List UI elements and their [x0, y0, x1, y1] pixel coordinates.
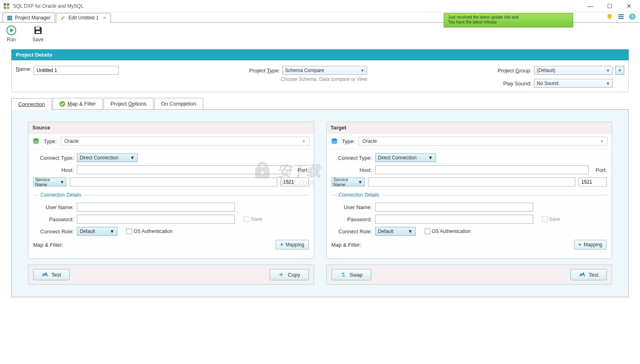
project-manager-icon: [7, 15, 13, 21]
play-sound-value: No Sound: [537, 80, 558, 86]
check-icon: [60, 101, 65, 107]
minimize-button[interactable]: —: [584, 2, 596, 10]
notif-line2: You have the latest release: [448, 20, 569, 25]
svg-rect-2: [4, 6, 6, 9]
source-role-combo[interactable]: Default ▼: [77, 227, 117, 236]
tab-label: Edit Untitled 1: [68, 15, 99, 21]
details-label: Connection Details: [40, 192, 81, 198]
target-pass-input[interactable]: [375, 215, 533, 224]
save-button[interactable]: Save: [32, 25, 43, 42]
target-type-combo[interactable]: Oracle ▼: [359, 137, 608, 146]
target-host-input[interactable]: [375, 165, 589, 174]
save-cred-label: Save: [549, 216, 560, 222]
target-service-combo[interactable]: Service Name ▼: [332, 178, 365, 186]
source-test-button[interactable]: Test: [33, 269, 70, 280]
mapfilter-label: Map & Filter:: [332, 242, 361, 248]
role-label: Connect Role:: [332, 229, 372, 235]
help-icon[interactable]: ?: [629, 13, 636, 20]
source-pass-input[interactable]: [77, 215, 235, 224]
details-label: Connection Details: [339, 192, 380, 198]
connect-type-label: Connect Type:: [332, 155, 372, 161]
tab-close-icon[interactable]: ✕: [103, 15, 106, 21]
source-mapping-button[interactable]: + Mapping: [276, 240, 308, 250]
target-port-input[interactable]: [578, 178, 607, 186]
oracle-icon: [32, 138, 40, 145]
notif-line1: Just received the latest update info and: [448, 15, 569, 20]
target-osauth-checkbox[interactable]: [425, 229, 430, 234]
user-label: User Name:: [332, 204, 372, 210]
run-button[interactable]: Run: [6, 25, 16, 42]
content: Project Details Name: Project Type: Sche…: [0, 45, 640, 301]
tab-project-manager[interactable]: Project Manager: [2, 13, 55, 22]
chevron-down-icon: ▼: [360, 68, 364, 73]
swap-button[interactable]: Swap: [332, 269, 372, 280]
save-cred-label: Save: [251, 216, 262, 222]
edit-icon: [60, 15, 66, 21]
svg-point-7: [607, 14, 612, 18]
port-label: Port:: [596, 167, 607, 173]
tab-project-options[interactable]: Project Options: [104, 98, 153, 109]
plus-icon: +: [578, 242, 581, 248]
svg-text:?: ?: [631, 15, 634, 19]
add-group-button[interactable]: +: [615, 66, 624, 75]
svg-rect-15: [36, 27, 40, 30]
window-title: SQL DXP for Oracle and MySQL: [13, 3, 584, 9]
chevron-down-icon: ▼: [606, 68, 610, 73]
source-type-combo[interactable]: Oracle ▼: [61, 137, 310, 146]
source-host-input[interactable]: [77, 165, 290, 174]
target-test-button[interactable]: Test: [570, 269, 607, 280]
source-box: Source Type: Oracle ▼ Connect Type: Dire…: [28, 122, 314, 259]
target-connect-type-combo[interactable]: Direct Connection ▼: [375, 153, 436, 162]
tab-on-completion[interactable]: On Completion: [154, 98, 203, 109]
pass-label: Password:: [332, 216, 372, 222]
svg-rect-1: [7, 3, 9, 6]
connect-type-label: Connect Type:: [33, 155, 74, 161]
chevron-down-icon: ▼: [358, 180, 363, 184]
menu-icon[interactable]: [617, 13, 625, 20]
close-button[interactable]: ✕: [623, 2, 635, 10]
maximize-button[interactable]: ☐: [604, 2, 616, 10]
tab-connection[interactable]: Connection: [11, 98, 52, 110]
chevron-down-icon: ▼: [302, 139, 306, 144]
osauth-label: OS Authentication: [432, 229, 471, 234]
inner-tabs: Connection Map & Filter Project Options …: [11, 98, 629, 110]
project-type-hint: Choose Schema, Data compare or View: [281, 76, 367, 82]
project-type-combo[interactable]: Schema Compare ▼: [282, 66, 367, 75]
host-label: Host:: [33, 167, 74, 173]
target-save-checkbox[interactable]: [542, 216, 548, 222]
target-role-combo[interactable]: Default ▼: [375, 227, 416, 236]
osauth-label: OS Authentication: [134, 229, 172, 234]
source-actions: Test Copy: [28, 265, 314, 285]
source-save-checkbox[interactable]: [244, 216, 249, 222]
tab-map-filter[interactable]: Map & Filter: [53, 98, 103, 109]
chevron-down-icon: ▼: [60, 180, 64, 184]
source-service-combo[interactable]: Service Name ▼: [33, 178, 66, 186]
copy-icon: [278, 271, 285, 278]
role-label: Connect Role:: [33, 229, 74, 235]
name-input[interactable]: [34, 66, 119, 75]
titlebar: SQL DXP for Oracle and MySQL — ☐ ✕: [0, 0, 640, 12]
tab-edit-untitled[interactable]: Edit Untitled 1 ✕: [56, 13, 111, 23]
play-sound-combo[interactable]: No Sound ▼: [534, 79, 613, 88]
target-service-input[interactable]: [368, 178, 576, 186]
svg-rect-0: [4, 3, 6, 6]
target-box: Target Type: Oracle ▼ Connect Type: Dire…: [326, 122, 612, 259]
target-mapping-button[interactable]: + Mapping: [574, 240, 607, 250]
source-service-input[interactable]: [70, 178, 277, 186]
source-osauth-checkbox[interactable]: [126, 229, 132, 234]
chevron-down-icon: ▼: [428, 155, 433, 161]
save-icon: [33, 25, 43, 35]
copy-button[interactable]: Copy: [270, 269, 308, 280]
user-label: User Name:: [33, 204, 74, 210]
source-port-input[interactable]: [281, 178, 309, 186]
project-details-body: Name: Project Type: Schema Compare ▼ Cho…: [11, 60, 629, 92]
source-connect-type-combo[interactable]: Direct Connection ▼: [77, 153, 138, 162]
svg-rect-16: [36, 31, 40, 33]
svg-rect-6: [7, 19, 12, 20]
lightbulb-icon[interactable]: [606, 13, 613, 20]
project-group-combo[interactable]: (Default) ▼: [534, 66, 613, 75]
target-user-input[interactable]: [375, 203, 533, 212]
source-user-input[interactable]: [77, 203, 235, 212]
svg-rect-9: [618, 14, 624, 15]
chevron-down-icon: ▼: [110, 229, 115, 234]
